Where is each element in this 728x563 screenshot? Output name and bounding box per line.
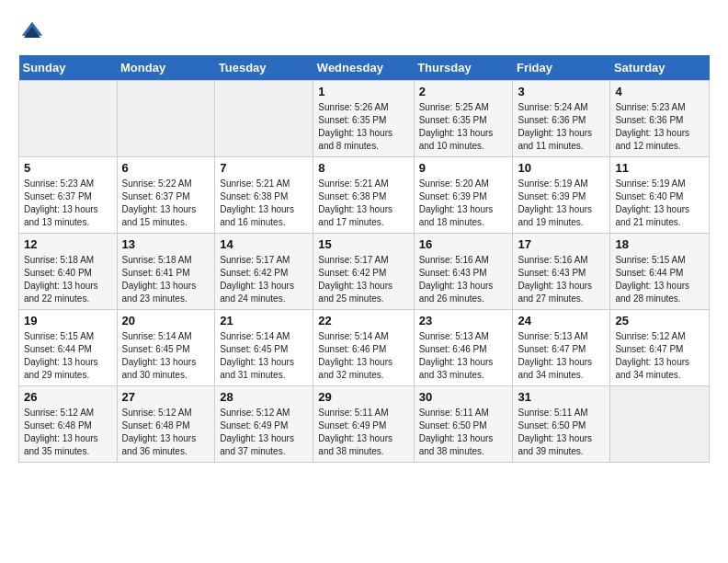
day-info: Sunrise: 5:13 AM Sunset: 6:47 PM Dayligh…	[518, 330, 605, 382]
header-row: SundayMondayTuesdayWednesdayThursdayFrid…	[19, 55, 710, 81]
logo	[18, 18, 50, 46]
calendar-cell: 2Sunrise: 5:25 AM Sunset: 6:35 PM Daylig…	[414, 81, 513, 157]
week-row-2: 5Sunrise: 5:23 AM Sunset: 6:37 PM Daylig…	[19, 157, 710, 234]
day-info: Sunrise: 5:25 AM Sunset: 6:35 PM Dayligh…	[419, 101, 508, 153]
calendar-cell: 30Sunrise: 5:11 AM Sunset: 6:50 PM Dayli…	[414, 386, 513, 463]
day-info: Sunrise: 5:11 AM Sunset: 6:50 PM Dayligh…	[518, 407, 605, 458]
day-number: 10	[518, 161, 605, 175]
calendar-cell: 23Sunrise: 5:13 AM Sunset: 6:46 PM Dayli…	[414, 310, 513, 386]
calendar-cell: 5Sunrise: 5:23 AM Sunset: 6:37 PM Daylig…	[19, 157, 118, 234]
calendar-cell: 28Sunrise: 5:12 AM Sunset: 6:49 PM Dayli…	[215, 386, 313, 463]
day-number: 15	[318, 237, 408, 251]
calendar-cell: 29Sunrise: 5:11 AM Sunset: 6:49 PM Dayli…	[313, 386, 414, 463]
calendar-cell: 9Sunrise: 5:20 AM Sunset: 6:39 PM Daylig…	[414, 157, 513, 234]
day-info: Sunrise: 5:12 AM Sunset: 6:48 PM Dayligh…	[24, 407, 112, 458]
day-number: 27	[122, 390, 210, 404]
week-row-3: 12Sunrise: 5:18 AM Sunset: 6:40 PM Dayli…	[19, 234, 710, 310]
day-number: 25	[615, 314, 704, 327]
week-row-1: 1Sunrise: 5:26 AM Sunset: 6:35 PM Daylig…	[19, 81, 710, 157]
calendar-cell: 13Sunrise: 5:18 AM Sunset: 6:41 PM Dayli…	[117, 234, 215, 310]
calendar-cell: 12Sunrise: 5:18 AM Sunset: 6:40 PM Dayli…	[19, 234, 118, 310]
day-header-wednesday: Wednesday	[313, 55, 414, 81]
day-header-thursday: Thursday	[414, 55, 513, 81]
day-info: Sunrise: 5:16 AM Sunset: 6:43 PM Dayligh…	[518, 254, 605, 305]
calendar-cell: 10Sunrise: 5:19 AM Sunset: 6:39 PM Dayli…	[513, 157, 610, 234]
calendar-cell: 19Sunrise: 5:15 AM Sunset: 6:44 PM Dayli…	[19, 310, 118, 386]
day-info: Sunrise: 5:19 AM Sunset: 6:39 PM Dayligh…	[518, 178, 605, 229]
day-info: Sunrise: 5:12 AM Sunset: 6:47 PM Dayligh…	[615, 330, 704, 382]
day-number: 31	[518, 390, 605, 404]
calendar-cell: 3Sunrise: 5:24 AM Sunset: 6:36 PM Daylig…	[513, 81, 610, 157]
day-info: Sunrise: 5:26 AM Sunset: 6:35 PM Dayligh…	[318, 101, 408, 153]
day-info: Sunrise: 5:12 AM Sunset: 6:48 PM Dayligh…	[122, 407, 210, 458]
day-header-friday: Friday	[513, 55, 610, 81]
calendar-cell: 17Sunrise: 5:16 AM Sunset: 6:43 PM Dayli…	[513, 234, 610, 310]
calendar-cell	[19, 81, 118, 157]
calendar-cell: 11Sunrise: 5:19 AM Sunset: 6:40 PM Dayli…	[610, 157, 710, 234]
calendar-cell	[610, 386, 710, 463]
day-info: Sunrise: 5:11 AM Sunset: 6:49 PM Dayligh…	[318, 407, 408, 458]
day-number: 30	[419, 390, 508, 404]
day-number: 6	[122, 161, 210, 175]
day-info: Sunrise: 5:23 AM Sunset: 6:36 PM Dayligh…	[615, 101, 704, 153]
day-info: Sunrise: 5:15 AM Sunset: 6:44 PM Dayligh…	[615, 254, 704, 305]
day-number: 16	[419, 237, 508, 251]
logo-icon	[18, 18, 46, 46]
day-header-saturday: Saturday	[610, 55, 710, 81]
day-number: 29	[318, 390, 408, 404]
page-header	[18, 18, 710, 46]
calendar-cell: 16Sunrise: 5:16 AM Sunset: 6:43 PM Dayli…	[414, 234, 513, 310]
calendar-cell: 31Sunrise: 5:11 AM Sunset: 6:50 PM Dayli…	[513, 386, 610, 463]
day-info: Sunrise: 5:12 AM Sunset: 6:49 PM Dayligh…	[220, 407, 308, 458]
day-number: 18	[615, 237, 704, 251]
day-number: 21	[220, 314, 308, 327]
day-header-tuesday: Tuesday	[215, 55, 313, 81]
day-number: 4	[615, 85, 704, 98]
day-number: 28	[220, 390, 308, 404]
week-row-5: 26Sunrise: 5:12 AM Sunset: 6:48 PM Dayli…	[19, 386, 710, 463]
day-info: Sunrise: 5:16 AM Sunset: 6:43 PM Dayligh…	[419, 254, 508, 305]
day-number: 20	[122, 314, 210, 327]
calendar-cell: 4Sunrise: 5:23 AM Sunset: 6:36 PM Daylig…	[610, 81, 710, 157]
day-number: 13	[122, 237, 210, 251]
day-info: Sunrise: 5:14 AM Sunset: 6:45 PM Dayligh…	[220, 330, 308, 382]
day-info: Sunrise: 5:14 AM Sunset: 6:45 PM Dayligh…	[122, 330, 210, 382]
day-info: Sunrise: 5:11 AM Sunset: 6:50 PM Dayligh…	[419, 407, 508, 458]
day-number: 26	[24, 390, 112, 404]
day-number: 2	[419, 85, 508, 98]
day-info: Sunrise: 5:24 AM Sunset: 6:36 PM Dayligh…	[518, 101, 605, 153]
calendar-cell: 25Sunrise: 5:12 AM Sunset: 6:47 PM Dayli…	[610, 310, 710, 386]
day-info: Sunrise: 5:15 AM Sunset: 6:44 PM Dayligh…	[24, 330, 112, 382]
day-number: 8	[318, 161, 408, 175]
day-number: 9	[419, 161, 508, 175]
calendar-cell: 22Sunrise: 5:14 AM Sunset: 6:46 PM Dayli…	[313, 310, 414, 386]
day-info: Sunrise: 5:18 AM Sunset: 6:41 PM Dayligh…	[122, 254, 210, 305]
day-info: Sunrise: 5:23 AM Sunset: 6:37 PM Dayligh…	[24, 178, 112, 229]
day-info: Sunrise: 5:22 AM Sunset: 6:37 PM Dayligh…	[122, 178, 210, 229]
day-number: 22	[318, 314, 408, 327]
day-number: 1	[318, 85, 408, 98]
day-number: 14	[220, 237, 308, 251]
calendar-cell: 24Sunrise: 5:13 AM Sunset: 6:47 PM Dayli…	[513, 310, 610, 386]
calendar-cell: 8Sunrise: 5:21 AM Sunset: 6:38 PM Daylig…	[313, 157, 414, 234]
calendar-cell: 20Sunrise: 5:14 AM Sunset: 6:45 PM Dayli…	[117, 310, 215, 386]
day-info: Sunrise: 5:17 AM Sunset: 6:42 PM Dayligh…	[318, 254, 408, 305]
day-number: 12	[24, 237, 112, 251]
calendar-cell: 6Sunrise: 5:22 AM Sunset: 6:37 PM Daylig…	[117, 157, 215, 234]
day-header-sunday: Sunday	[19, 55, 118, 81]
calendar-cell	[117, 81, 215, 157]
calendar-cell: 1Sunrise: 5:26 AM Sunset: 6:35 PM Daylig…	[313, 81, 414, 157]
day-header-monday: Monday	[117, 55, 215, 81]
calendar-cell: 21Sunrise: 5:14 AM Sunset: 6:45 PM Dayli…	[215, 310, 313, 386]
calendar-cell	[215, 81, 313, 157]
calendar-cell: 26Sunrise: 5:12 AM Sunset: 6:48 PM Dayli…	[19, 386, 118, 463]
calendar-cell: 7Sunrise: 5:21 AM Sunset: 6:38 PM Daylig…	[215, 157, 313, 234]
day-number: 11	[615, 161, 704, 175]
day-info: Sunrise: 5:21 AM Sunset: 6:38 PM Dayligh…	[318, 178, 408, 229]
day-info: Sunrise: 5:21 AM Sunset: 6:38 PM Dayligh…	[220, 178, 308, 229]
day-info: Sunrise: 5:18 AM Sunset: 6:40 PM Dayligh…	[24, 254, 112, 305]
day-number: 19	[24, 314, 112, 327]
day-number: 24	[518, 314, 605, 327]
week-row-4: 19Sunrise: 5:15 AM Sunset: 6:44 PM Dayli…	[19, 310, 710, 386]
calendar-cell: 14Sunrise: 5:17 AM Sunset: 6:42 PM Dayli…	[215, 234, 313, 310]
